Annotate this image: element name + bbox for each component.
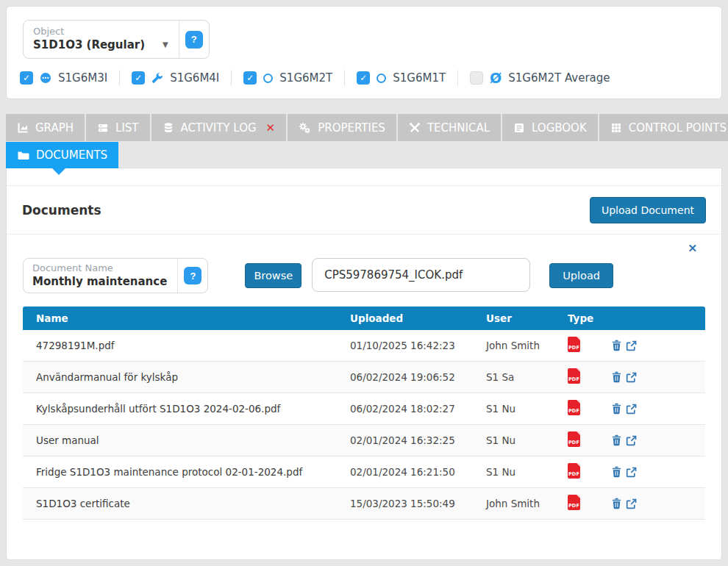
doc-user-cell: John Smith <box>486 340 568 351</box>
doc-type-cell: PDF <box>568 337 611 354</box>
table-row: 47298191M.pdf 01/10/2025 16:42:23 John S… <box>23 330 705 362</box>
open-document-button[interactable] <box>626 340 637 351</box>
documents-table: Name Uploaded User Type 47298191M.pdf 01… <box>23 307 705 520</box>
tab-graph[interactable]: GRAPH <box>6 114 85 141</box>
pdf-icon[interactable]: PDF <box>568 495 580 510</box>
series-toggle-s1g6m2t[interactable]: ✓ S1G6M2T <box>243 71 332 85</box>
doc-uploaded-cell: 06/02/2024 18:02:27 <box>350 403 486 415</box>
pdf-icon[interactable]: PDF <box>568 337 580 352</box>
doc-name-cell: S1D1O3 certificate <box>36 498 350 509</box>
logbook-icon <box>513 122 525 134</box>
browse-button[interactable]: Browse <box>245 263 301 288</box>
checkbox-checked-icon[interactable]: ✓ <box>20 71 33 85</box>
help-cell: ? <box>178 259 207 293</box>
table-row: S1D1O3 certificate 15/03/2023 15:50:49 J… <box>23 488 705 520</box>
tab-properties[interactable]: PROPERTIES <box>288 114 396 141</box>
tab-label: PROPERTIES <box>318 121 385 135</box>
tab-label: CONTROL POINTS <box>629 121 727 135</box>
chevron-down-icon[interactable]: ▼ <box>163 40 168 49</box>
selected-file-field[interactable]: CPS597869754_ICOK.pdf <box>312 258 530 292</box>
column-header-user: User <box>486 312 568 324</box>
documents-panel: Documents Upload Document ✕ Document Nam… <box>6 168 722 560</box>
column-header-uploaded: Uploaded <box>350 312 486 324</box>
object-help-button[interactable]: ? <box>185 31 203 49</box>
doc-actions-cell <box>611 403 705 415</box>
delete-document-button[interactable] <box>611 371 622 383</box>
documents-header: Documents Upload Document <box>7 186 721 234</box>
series-toggle-s1g6m4i[interactable]: ✓ S1G6M4I <box>132 71 219 85</box>
divider <box>457 70 458 86</box>
delete-document-button[interactable] <box>611 498 622 509</box>
object-select-group: Object S1D1O3 (Regular) ▼ ? <box>23 20 210 59</box>
tab-control-points[interactable]: CONTROL POINTS <box>599 114 728 141</box>
table-row: User manual 02/01/2024 16:32:25 S1 Nu PD… <box>23 425 705 456</box>
series-toggle-s1g6m2t-average[interactable]: Ø S1G6M2T Average <box>470 71 610 85</box>
checkbox-checked-icon[interactable]: ✓ <box>243 71 257 85</box>
pdf-icon[interactable]: PDF <box>568 431 580 447</box>
open-document-button[interactable] <box>626 372 637 383</box>
open-document-button[interactable] <box>626 435 637 446</box>
upload-form: ✕ Document Name Monthly maintenance ? Br… <box>7 234 721 296</box>
open-document-button[interactable] <box>626 498 637 509</box>
doc-actions-cell <box>611 340 705 351</box>
doc-user-cell: S1 Nu <box>486 403 568 415</box>
object-panel: Object S1D1O3 (Regular) ▼ ? ✓ S1G6M3I ✓ … <box>6 6 722 99</box>
document-name-value: Monthly maintenance <box>32 275 167 290</box>
tab-label: TECHNICAL <box>427 121 490 135</box>
column-header-name: Name <box>36 312 350 324</box>
tab-technical[interactable]: TECHNICAL <box>398 114 501 141</box>
close-tab-icon[interactable]: ✕ <box>266 121 276 135</box>
series-toggle-s1g6m3i[interactable]: ✓ S1G6M3I <box>20 71 107 85</box>
doc-actions-cell <box>611 466 705 478</box>
column-header-type: Type <box>568 312 611 324</box>
doc-name-cell: Användarmanual för kylskåp <box>36 371 350 383</box>
upload-button[interactable]: Upload <box>549 263 613 288</box>
document-name-help-button[interactable]: ? <box>184 267 201 284</box>
tab-logbook[interactable]: LOGBOOK <box>502 114 598 141</box>
tab-bar: GRAPH LIST ACTIVITY LOG ✕ PROPERTIES T <box>6 114 722 168</box>
tab-activity-log[interactable]: ACTIVITY LOG ✕ <box>151 114 287 141</box>
circle-outline-icon <box>263 74 273 83</box>
delete-document-button[interactable] <box>611 434 622 446</box>
document-name-field[interactable]: Document Name Monthly maintenance <box>24 259 177 293</box>
pdf-icon[interactable]: PDF <box>568 463 580 479</box>
tab-row-2: DOCUMENTS <box>6 142 722 168</box>
doc-actions-cell <box>611 498 705 509</box>
doc-name-cell: User manual <box>36 434 350 446</box>
doc-type-cell: PDF <box>568 431 611 449</box>
open-document-button[interactable] <box>626 404 637 415</box>
tab-documents[interactable]: DOCUMENTS <box>6 142 118 168</box>
checkbox-checked-icon[interactable]: ✓ <box>357 71 370 85</box>
delete-document-button[interactable] <box>611 403 622 415</box>
checkbox-unchecked-icon[interactable] <box>470 71 483 85</box>
page-title: Documents <box>22 203 101 218</box>
folder-icon <box>17 150 29 161</box>
object-dropdown[interactable]: Object S1D1O3 (Regular) ▼ <box>24 21 179 58</box>
tab-list[interactable]: LIST <box>86 114 149 141</box>
table-header-row: Name Uploaded User Type <box>23 307 705 330</box>
doc-uploaded-cell: 01/10/2025 16:42:23 <box>350 340 486 351</box>
open-document-button[interactable] <box>626 467 637 478</box>
table-row: Användarmanual för kylskåp 06/02/2024 19… <box>23 362 705 393</box>
tab-label: ACTIVITY LOG <box>181 121 257 135</box>
series-toggle-label: S1G6M3I <box>58 71 107 85</box>
doc-type-cell: PDF <box>568 400 611 418</box>
dots-circle-icon <box>40 72 51 84</box>
list-icon <box>97 122 109 134</box>
doc-uploaded-cell: 02/01/2024 16:32:25 <box>350 434 486 446</box>
delete-document-button[interactable] <box>611 340 622 351</box>
circle-outline-icon <box>377 74 386 83</box>
pdf-icon[interactable]: PDF <box>568 400 580 415</box>
doc-type-cell: PDF <box>568 463 611 481</box>
doc-user-cell: John Smith <box>486 498 568 509</box>
checkbox-checked-icon[interactable]: ✓ <box>132 71 145 85</box>
doc-uploaded-cell: 06/02/2024 19:06:52 <box>350 371 486 383</box>
close-upload-form-button[interactable]: ✕ <box>688 242 697 255</box>
pdf-icon[interactable]: PDF <box>568 368 580 384</box>
delete-document-button[interactable] <box>611 466 622 478</box>
series-toggle-s1g6m1t[interactable]: ✓ S1G6M1T <box>357 71 446 85</box>
upload-document-button[interactable]: Upload Document <box>590 197 706 223</box>
chart-icon <box>17 122 29 134</box>
doc-type-cell: PDF <box>568 495 611 512</box>
series-toggle-label: S1G6M2T Average <box>508 71 610 85</box>
